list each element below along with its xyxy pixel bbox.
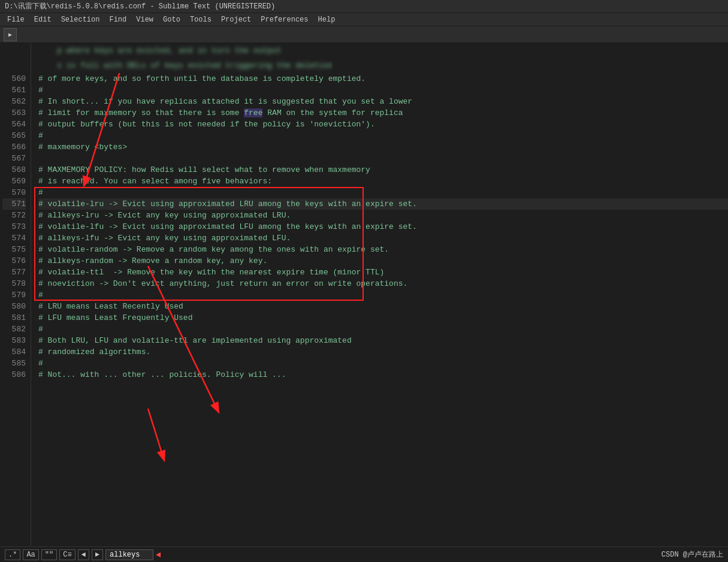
code-line-584: # randomized algorithms. [38, 346, 728, 358]
code-line-580: # LRU means Least Recently Used [38, 301, 728, 312]
code-line-567 [38, 153, 728, 164]
code-line-561: # [38, 84, 728, 96]
word-toggle[interactable]: "" [41, 549, 57, 560]
title-bar: D:\讯雷下载\redis-5.0.8\redis.conf - Sublime… [0, 0, 728, 13]
brand-text: CSDN @卢卢在路上 [661, 551, 723, 559]
code-line-563: # limit for maxmemory so that there is s… [38, 107, 728, 119]
context-toggle[interactable]: C≡ [59, 549, 75, 560]
code-line-570: # [38, 187, 728, 198]
partial-line-numbers [0, 43, 31, 73]
partial-line-2: s is full with DELs of keys evicted trig… [38, 58, 333, 73]
menu-find[interactable]: Find [104, 16, 131, 24]
code-line-579: # [38, 289, 728, 301]
menu-tools[interactable]: Tools [185, 16, 216, 24]
menu-help[interactable]: Help [313, 16, 340, 24]
search-arrow-icon: ◄ [156, 550, 161, 560]
status-bar: .* Aa "" C≡ ◄ ► allkeys ◄ CSDN @卢卢在路上 [0, 546, 728, 562]
status-bar-left: .* Aa "" C≡ ◄ ► allkeys ◄ [5, 549, 161, 560]
title-text: D:\讯雷下载\redis-5.0.8\redis.conf - Sublime… [5, 1, 275, 11]
code-line-564: # output buffers (but this is not needed… [38, 119, 728, 130]
toolbar: ▶ [0, 26, 728, 43]
code-line-582: # [38, 324, 728, 335]
menu-preferences[interactable]: Preferences [256, 16, 313, 24]
next-result-btn[interactable]: ► [92, 549, 103, 560]
code-line-574: # allkeys-lfu -> Evict any key using app… [38, 232, 728, 244]
menu-edit[interactable]: Edit [29, 16, 56, 24]
code-line-586: # Not... with ... other ... policies. Po… [38, 369, 728, 380]
case-toggle[interactable]: Aa [23, 549, 38, 560]
code-line-565: # [38, 130, 728, 141]
regex-toggle[interactable]: .* [5, 549, 20, 560]
code-area[interactable]: # of more keys, and so forth until the d… [31, 73, 728, 562]
menu-file[interactable]: File [2, 16, 29, 24]
status-bar-right: CSDN @卢卢在路上 [661, 549, 723, 560]
editor-container: 560 561 562 563 564 565 566 567 568 569 … [0, 73, 728, 562]
menu-selection[interactable]: Selection [56, 16, 105, 24]
svg-line-2 [148, 409, 163, 457]
partial-code-area: p where keys are evicted, and in turn th… [31, 43, 333, 73]
menu-project[interactable]: Project [216, 16, 256, 24]
code-line-578: # noeviction -> Don't evict anything, ju… [38, 278, 728, 289]
code-line-575: # volatile-random -> Remove a random key… [38, 244, 728, 255]
partial-line-1: p where keys are evicted, and in turn th… [38, 43, 333, 58]
code-line-560: # of more keys, and so forth until the d… [38, 73, 728, 84]
prev-result-btn[interactable]: ◄ [78, 549, 89, 560]
toolbar-btn-1[interactable]: ▶ [4, 28, 17, 41]
search-input[interactable]: allkeys [105, 549, 153, 560]
code-line-566: # maxmemory <bytes> [38, 141, 728, 153]
code-line-572: # allkeys-lru -> Evict any key using app… [38, 210, 728, 221]
code-line-583: # Both LRU, LFU and volatile-ttl are imp… [38, 335, 728, 346]
code-line-571: # volatile-lru -> Evict using approximat… [38, 198, 728, 210]
code-line-568: # MAXMEMORY POLICY: how Redis will selec… [38, 164, 728, 176]
code-line-577: # volatile-ttl -> Remove the key with th… [38, 267, 728, 278]
code-line-569: # is reached. You can select among five … [38, 176, 728, 187]
code-line-581: # LFU means Least Frequently Used [38, 312, 728, 324]
line-numbers: 560 561 562 563 564 565 566 567 568 569 … [0, 73, 31, 562]
menu-bar: File Edit Selection Find View Goto Tools… [0, 13, 728, 26]
menu-view[interactable]: View [131, 16, 158, 24]
menu-goto[interactable]: Goto [158, 16, 185, 24]
code-line-562: # In short... if you have replicas attac… [38, 96, 728, 107]
code-line-573: # volatile-lfu -> Evict using approximat… [38, 221, 728, 232]
code-line-576: # allkeys-random -> Remove a random key,… [38, 255, 728, 267]
code-line-585: # [38, 358, 728, 369]
